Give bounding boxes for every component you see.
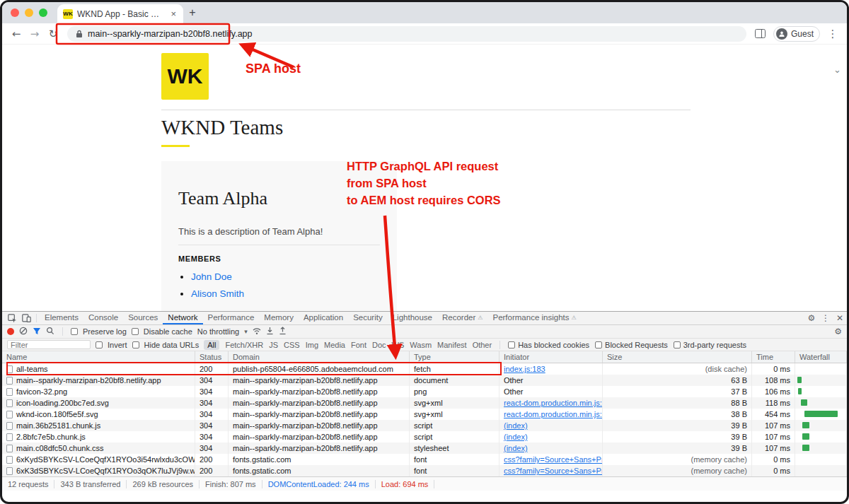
request-name-cell: icon-loading.200bc7ed.svg xyxy=(2,397,195,409)
zoom-window-button[interactable] xyxy=(39,8,47,17)
record-icon[interactable] xyxy=(7,328,14,335)
devtools-tab[interactable]: Console ⚠ xyxy=(83,312,123,324)
network-request-row[interactable]: main.36b25181.chunk.js 304 main--sparkly… xyxy=(2,420,847,431)
devtools-tab[interactable]: Recorder ⚠ xyxy=(437,312,487,324)
member-link[interactable]: Alison Smith xyxy=(191,288,244,299)
checkbox[interactable] xyxy=(508,341,515,348)
request-initiator-link[interactable]: react-dom.production.min.js:28 xyxy=(504,399,603,407)
export-har-icon[interactable] xyxy=(279,327,287,336)
back-icon[interactable]: ← xyxy=(8,25,25,42)
request-initiator-link[interactable]: (index) xyxy=(504,444,528,452)
close-window-button[interactable] xyxy=(11,8,19,17)
clear-icon[interactable] xyxy=(19,327,28,336)
column-header[interactable]: Name xyxy=(2,351,195,363)
browser-menu-icon[interactable]: ⋮ xyxy=(824,25,841,42)
devtools-tab[interactable]: Application ⚠ xyxy=(299,312,348,324)
import-har-icon[interactable] xyxy=(266,327,274,336)
invert-checkbox[interactable] xyxy=(96,341,103,348)
browser-tab[interactable]: WK WKND App - Basic GraphQL T × xyxy=(57,4,183,23)
column-header[interactable]: Type xyxy=(410,351,499,363)
chevron-down-icon[interactable]: ⌄ xyxy=(833,64,841,75)
status-bar-item: Load: 694 ms xyxy=(376,480,435,488)
type-filter-pill[interactable]: Font xyxy=(351,341,366,349)
type-filter-pill[interactable]: All xyxy=(204,340,219,350)
request-size: 37 B xyxy=(603,386,752,397)
type-filter-pill[interactable]: WS xyxy=(392,341,405,349)
devtools-menu-icon[interactable]: ⋮ xyxy=(819,313,833,323)
minimize-window-button[interactable] xyxy=(25,8,33,17)
tab-close-icon[interactable]: × xyxy=(169,8,178,19)
network-conditions-icon[interactable] xyxy=(253,327,261,336)
network-request-row[interactable]: icon-loading.200bc7ed.svg 304 main--spar… xyxy=(2,397,847,409)
network-request-row[interactable]: main.c08dfc50.chunk.css 304 main--sparkl… xyxy=(2,443,847,454)
column-header[interactable]: Initiator xyxy=(499,351,603,363)
devtools-tab[interactable]: Performance ⚠ xyxy=(203,312,260,324)
devtools-tab[interactable]: Network ⚠ xyxy=(163,312,202,324)
request-type: fetch xyxy=(410,363,499,375)
column-header[interactable]: Domain xyxy=(229,351,410,363)
type-filter-pill[interactable]: Wasm xyxy=(410,341,432,349)
type-filter-pill[interactable]: Doc xyxy=(372,341,386,349)
request-initiator-link[interactable]: Other xyxy=(504,387,524,396)
search-icon[interactable] xyxy=(46,327,54,336)
request-initiator-link[interactable]: Other xyxy=(504,376,524,385)
filter-checkbox-item[interactable]: Has blocked cookies xyxy=(508,341,589,349)
devtools-tab[interactable]: Security ⚠ xyxy=(348,312,388,324)
devtools-tab[interactable]: Lighthouse ⚠ xyxy=(388,312,437,324)
filter-checkbox-item[interactable]: Blocked Requests xyxy=(595,341,668,349)
devtools-close-icon[interactable]: ✕ xyxy=(833,313,847,323)
filter-input[interactable] xyxy=(7,340,91,349)
checkbox[interactable] xyxy=(674,341,681,348)
devtools-tab[interactable]: Elements ⚠ xyxy=(40,312,83,324)
network-settings-icon[interactable]: ⚙ xyxy=(834,327,842,336)
devtools-tab[interactable]: Memory ⚠ xyxy=(259,312,299,324)
checkbox[interactable] xyxy=(595,341,602,348)
type-filter-pill[interactable]: Media xyxy=(324,341,345,349)
forward-icon[interactable]: → xyxy=(26,25,43,42)
filter-checkbox-item[interactable]: 3rd-party requests xyxy=(674,341,746,349)
inspect-element-icon[interactable] xyxy=(5,312,19,324)
type-filter-pill[interactable]: JS xyxy=(269,341,278,349)
reload-icon[interactable]: ↻ xyxy=(45,25,62,42)
filter-icon[interactable] xyxy=(33,327,41,336)
type-filter-pill[interactable]: Manifest xyxy=(437,341,467,349)
disable-cache-checkbox[interactable] xyxy=(132,328,139,335)
new-tab-button[interactable]: + xyxy=(183,4,202,22)
network-request-row[interactable]: favicon-32.png 304 main--sparkly-marzipa… xyxy=(2,386,847,397)
column-header[interactable]: Waterfall xyxy=(795,351,847,363)
devtools-tab[interactable]: Performance insights ⚠ xyxy=(487,312,581,324)
type-filter-pill[interactable]: Fetch/XHR xyxy=(225,341,263,349)
request-initiator-cell: Other xyxy=(499,386,603,397)
preserve-log-checkbox[interactable] xyxy=(71,328,78,335)
network-request-row[interactable]: 2.8bfc7e5b.chunk.js 304 main--sparkly-ma… xyxy=(2,431,847,443)
address-bar[interactable]: main--sparkly-marzipan-b20bf8.netlify.ap… xyxy=(67,26,746,42)
request-initiator-link[interactable]: (index) xyxy=(504,421,528,430)
column-header[interactable]: Status xyxy=(195,351,229,363)
device-toolbar-icon[interactable] xyxy=(19,312,33,324)
request-domain: main--sparkly-marzipan-b20bf8.netlify.ap… xyxy=(229,443,410,454)
devtools-settings-icon[interactable]: ⚙ xyxy=(804,313,819,323)
side-panel-icon[interactable] xyxy=(752,25,769,42)
devtools-tab[interactable]: Sources ⚠ xyxy=(123,312,163,324)
request-initiator-link[interactable]: react-dom.production.min.js:28 xyxy=(504,410,603,418)
network-request-row[interactable]: 6xKydSBYKcSV-LCoeQqfX1RYOo3i54rwlxdu3cOW… xyxy=(2,454,847,465)
throttling-select[interactable]: No throttling xyxy=(197,327,239,336)
profile-chip[interactable]: Guest xyxy=(773,26,820,42)
network-request-row[interactable]: wknd-icon.180f5e5f.svg 304 main--sparkly… xyxy=(2,409,847,420)
request-initiator-link[interactable]: css?family=Source+Sans+Pro:400... xyxy=(504,455,603,464)
request-initiator-cell: react-dom.production.min.js:28 xyxy=(499,409,603,420)
type-filter-pill[interactable]: CSS xyxy=(284,341,300,349)
column-header[interactable]: Size xyxy=(603,351,752,363)
network-request-row[interactable]: main--sparkly-marzipan-b20bf8.netlify.ap… xyxy=(2,375,847,386)
network-request-row[interactable]: all-teams 200 publish-p65804-e666805.ado… xyxy=(2,363,847,375)
member-link[interactable]: John Doe xyxy=(191,271,232,282)
file-icon xyxy=(6,411,13,418)
type-filter-pill[interactable]: Other xyxy=(473,341,492,349)
request-initiator-link[interactable]: css?family=Source+Sans+Pro:400... xyxy=(504,467,603,475)
request-initiator-link[interactable]: (index) xyxy=(504,433,528,441)
network-request-row[interactable]: 6xK3dSBYKcSV-LCoeQqfX1RYOo3qOK7luJVj9w.w… xyxy=(2,465,847,476)
request-initiator-link[interactable]: index.js:183 xyxy=(504,365,545,373)
hide-data-urls-checkbox[interactable] xyxy=(132,341,139,348)
column-header[interactable]: Time xyxy=(752,351,795,363)
type-filter-pill[interactable]: Img xyxy=(306,341,318,349)
